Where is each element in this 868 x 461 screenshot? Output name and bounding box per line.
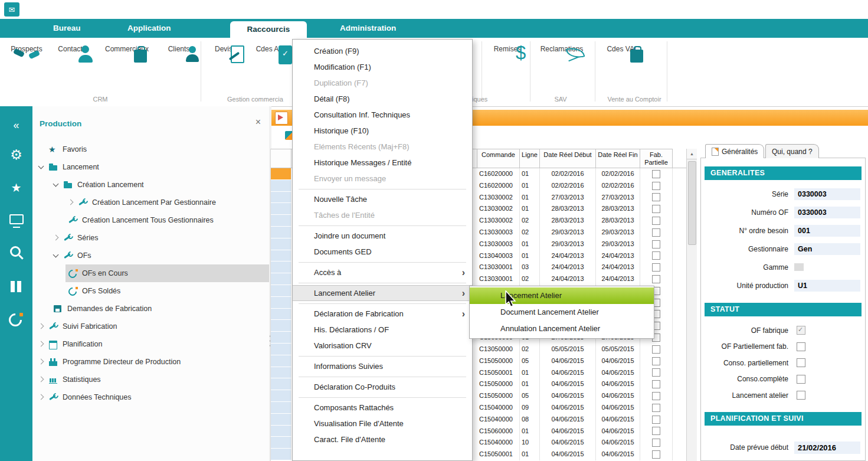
tab-qui-quand[interactable]: Qui, quand ? <box>765 144 819 158</box>
ribbon-item-devis[interactable]: Devis <box>204 42 243 53</box>
tree-item[interactable]: Statistiques <box>36 371 269 388</box>
field-value[interactable]: 001 <box>794 225 860 237</box>
scrollbar-thumb[interactable] <box>688 161 696 245</box>
field-value[interactable]: 0330003 <box>794 188 860 200</box>
field-value[interactable] <box>794 263 804 271</box>
context-menu-item[interactable]: His. Déclarations / OF <box>293 322 472 338</box>
tree-item[interactable]: Planification <box>36 335 269 353</box>
context-menu-item[interactable]: Joindre un document <box>293 228 472 244</box>
field-value[interactable]: 0330003 <box>794 207 860 218</box>
context-menu-item[interactable]: Modification (F1) <box>293 59 472 75</box>
fab-partielle-checkbox[interactable] <box>652 217 660 225</box>
tree-chevron-icon[interactable] <box>36 393 48 402</box>
context-menu-item[interactable]: Eléments Récents (Maj+F8) <box>293 139 472 155</box>
context-menu-item[interactable]: Nouvelle Tâche <box>293 191 472 207</box>
columns-view-icon[interactable] <box>0 275 32 299</box>
submenu-item[interactable]: Annulation Lancement Atelier <box>470 321 654 337</box>
tree-item[interactable]: Création Lancement <box>51 176 269 194</box>
context-menu-item[interactable] <box>299 397 466 398</box>
context-menu-item[interactable]: Accès à › <box>293 264 472 280</box>
fab-partielle-checkbox[interactable] <box>652 240 660 249</box>
fab-partielle-checkbox[interactable] <box>652 170 660 178</box>
context-menu-item[interactable] <box>299 262 466 263</box>
context-menu-item[interactable]: Documents GED <box>293 244 472 260</box>
grid-header-date-fin[interactable]: Date Réel Fin <box>596 149 640 168</box>
context-menu-item[interactable]: Lancement Atelier › <box>293 285 472 301</box>
tree-item[interactable]: Suivi Fabrication <box>36 318 269 335</box>
context-menu-item[interactable] <box>299 225 466 226</box>
field-value[interactable]: 21/02/2016 <box>794 442 860 454</box>
tree-chevron-icon[interactable] <box>36 322 48 331</box>
context-menu-item[interactable]: Déclaration Co-Produits <box>293 379 472 395</box>
submenu-item[interactable]: Document Lancement Atelier <box>470 304 654 321</box>
grid-header-commande[interactable]: Commande <box>477 149 520 168</box>
context-menu-item[interactable]: Consultation Inf. Techniques <box>293 107 472 123</box>
tree-item[interactable]: Création Lancement Par Gestionnaire <box>65 194 269 211</box>
context-menu-item[interactable]: Composants Rattachés <box>293 400 472 416</box>
app-logo-icon[interactable] <box>4 2 19 17</box>
fab-partielle-checkbox[interactable] <box>652 182 660 190</box>
status-checkbox[interactable] <box>797 342 805 351</box>
tree-item[interactable]: Demandes de Fabrication <box>51 300 269 318</box>
field-value[interactable]: Gen <box>794 243 860 255</box>
grid-header-ligne[interactable]: Ligne <box>520 149 540 168</box>
ribbon-item-reclamations[interactable]: Reclamations <box>533 42 591 53</box>
vertical-scrollbar[interactable]: ▲ <box>686 149 697 461</box>
tree-item[interactable]: Programme Directeur de Production <box>36 353 269 371</box>
context-menu-item[interactable] <box>299 377 466 377</box>
status-checkbox[interactable] <box>797 375 805 384</box>
fab-partielle-checkbox[interactable] <box>652 392 660 400</box>
settings-gear-icon[interactable] <box>0 143 32 166</box>
tree-chevron-icon[interactable] <box>36 375 48 384</box>
menu-application[interactable]: Application <box>122 19 177 38</box>
tree-chevron-icon[interactable] <box>36 339 48 349</box>
context-menu-item[interactable]: Visualisation File d'Attente <box>293 416 472 431</box>
context-menu-item[interactable]: Historique (F10) <box>293 123 472 139</box>
menu-raccourcis[interactable]: Raccourcis <box>230 21 307 38</box>
fab-partielle-checkbox[interactable] <box>652 450 660 459</box>
fab-partielle-checkbox[interactable] <box>652 275 660 283</box>
context-menu-item[interactable] <box>299 189 466 189</box>
tree-item[interactable]: Données Techniques <box>36 388 269 406</box>
fab-partielle-checkbox[interactable] <box>652 439 660 447</box>
tree-chevron-icon[interactable] <box>51 233 63 243</box>
tree-item[interactable]: Favoris <box>36 140 269 158</box>
context-menu-item[interactable]: Informations Suivies <box>293 358 472 374</box>
tree-item[interactable]: Création Lancement Tous Gestionnaires <box>65 211 269 229</box>
ribbon-item-commerciaux[interactable]: Commerciaux <box>98 42 156 53</box>
search-icon[interactable] <box>0 242 32 266</box>
ribbon-item-clients[interactable]: Clients <box>161 42 197 53</box>
status-checkbox[interactable] <box>797 391 805 400</box>
fab-partielle-checkbox[interactable] <box>652 251 660 260</box>
tree-chevron-icon[interactable] <box>51 251 63 260</box>
tree-item[interactable]: OFs Soldés <box>65 282 269 300</box>
tree-chevron-icon[interactable] <box>36 162 48 172</box>
collapse-panel-button[interactable]: « <box>0 113 32 137</box>
ribbon-item-prospects[interactable]: Prospects <box>7 42 46 53</box>
fab-partielle-checkbox[interactable] <box>652 357 660 365</box>
ribbon-item-contacts[interactable]: Contacts <box>51 42 93 53</box>
ribbon-item-remises[interactable]: Remises <box>486 42 529 53</box>
context-menu-item[interactable]: Duplication (F7) <box>293 75 472 91</box>
menu-administration[interactable]: Administration <box>334 19 402 38</box>
scroll-up-button[interactable]: ▲ <box>687 149 697 159</box>
desktop-monitor-icon[interactable] <box>0 209 32 233</box>
fab-partielle-checkbox[interactable] <box>652 193 660 201</box>
submenu-item[interactable]: Lancement Atelier <box>470 287 654 304</box>
grid-header-date-debut[interactable]: Date Réel Début <box>540 149 596 168</box>
fab-partielle-checkbox[interactable] <box>652 416 660 424</box>
status-checkbox[interactable] <box>797 358 805 367</box>
tree-item[interactable]: OFs <box>51 247 269 264</box>
context-menu-item[interactable]: Envoyer un message <box>293 171 472 187</box>
menu-bureau[interactable]: Bureau <box>47 19 87 38</box>
context-menu-item[interactable]: Détail (F8) <box>293 91 472 107</box>
tree-chevron-icon[interactable] <box>36 357 48 367</box>
tree-item[interactable]: Lancement <box>36 158 269 176</box>
context-menu-item[interactable]: Valorisation CRV <box>293 338 472 354</box>
context-menu-item[interactable]: Tâches de l'Entité <box>293 207 472 223</box>
fab-partielle-checkbox[interactable] <box>652 368 660 377</box>
context-menu-item[interactable] <box>299 283 466 283</box>
tree-chevron-icon[interactable] <box>65 198 77 207</box>
fab-partielle-checkbox[interactable] <box>652 427 660 435</box>
fab-partielle-checkbox[interactable] <box>652 380 660 388</box>
